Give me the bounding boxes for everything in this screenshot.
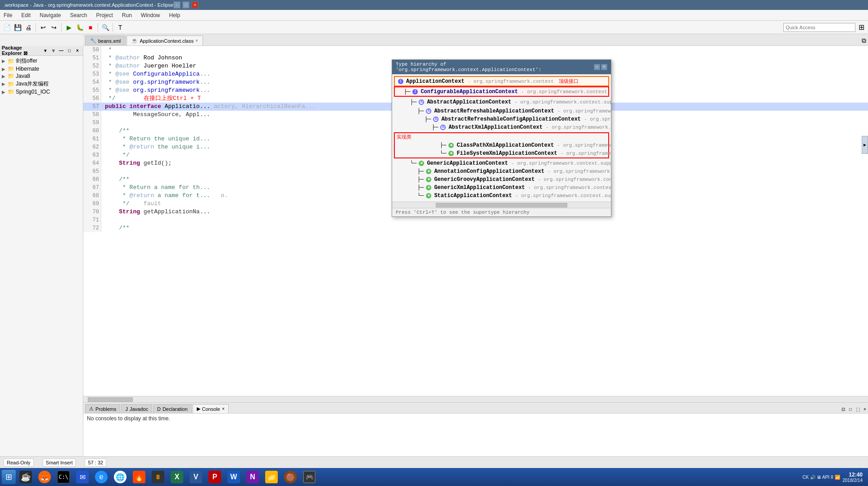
menu-run[interactable]: Run <box>120 11 134 19</box>
taskbar-chrome[interactable]: 🌐 <box>111 470 129 484</box>
taskbar-word[interactable]: W <box>225 470 243 484</box>
tab-console[interactable]: ▶ Console × <box>193 404 229 413</box>
tab-applicationcontext-icon: ☕ <box>131 38 138 44</box>
menu-window[interactable]: Window <box>139 11 162 19</box>
hier-indent-4: ├─ <box>425 116 431 122</box>
hier-icon-11: ● <box>426 193 431 198</box>
menu-help[interactable]: Help <box>167 11 182 19</box>
undo-button[interactable]: ↩ <box>38 22 48 32</box>
hier-item-annotationconfig[interactable]: ├─ ● AnnotationConfigApplicationContext … <box>394 167 609 176</box>
hier-item-static[interactable]: └─ ● StaticApplicationContext - org.spri… <box>394 192 609 200</box>
tree-icon-jianzhi: 📁 <box>8 58 14 64</box>
hier-item-configurable[interactable]: ├─ I ConfigurableApplicationContext - or… <box>394 86 609 97</box>
sidebar-close-btn[interactable]: × <box>74 47 81 54</box>
popup-minimize[interactable]: — <box>594 64 600 70</box>
taskbar-firefox[interactable]: 🦊 <box>36 470 54 484</box>
taskbar-explorer[interactable]: 📁 <box>262 470 280 484</box>
hier-item-abstractrefreshable[interactable]: ├─ A AbstractRefreshableApplicationConte… <box>394 107 609 115</box>
hier-item-classpathxml[interactable]: ├─ ● ClassPathXmlApplicationContext - or… <box>395 141 608 149</box>
sidebar-max-btn[interactable]: □ <box>66 47 73 54</box>
hier-name-8: AnnotationConfigApplicationContext <box>434 168 544 175</box>
popup-close[interactable]: × <box>601 64 607 70</box>
popup-scroll-thumb[interactable] <box>436 203 567 207</box>
taskbar-mail[interactable]: ✉ <box>73 470 91 484</box>
tree-item-jianzhi[interactable]: ▶ 📁 剑指offer <box>1 57 82 65</box>
debug-button[interactable]: 🐛 <box>75 22 85 32</box>
bottom-tool-btn-2[interactable]: □ <box>847 406 854 412</box>
tab-beans-xml[interactable]: 🔧 beans.xml <box>85 36 126 45</box>
print-button[interactable]: 🖨 <box>23 22 33 32</box>
tree-label-spring01ioc: Spring01_IOC <box>16 89 50 95</box>
impl-group: 实现类 ├─ ● ClassPathXmlApplicationContext … <box>394 132 609 158</box>
code-editor[interactable]: 50 * 51 * @author Rod Johnson 52 * @auth… <box>83 46 868 396</box>
quick-access-input[interactable] <box>783 23 855 32</box>
hier-icon-4: A <box>433 117 439 122</box>
right-sidebar-toggle[interactable]: ▶ <box>862 136 868 154</box>
hier-item-generic[interactable]: └─ ● GenericApplicationContext - org.spr… <box>394 159 609 167</box>
hier-item-genericxml[interactable]: ├─ ● GenericXmlApplicationContext - org.… <box>394 184 609 192</box>
taskbar-game[interactable]: 🎮 <box>300 470 318 484</box>
menu-edit[interactable]: Edit <box>19 11 32 19</box>
code-line-50: 50 * <box>83 46 868 54</box>
run-button[interactable]: ▶ <box>64 22 74 32</box>
menu-project[interactable]: Project <box>94 11 114 19</box>
tree-item-hibernate[interactable]: ▶ 📁 Hibernate <box>1 65 82 72</box>
hier-item-genericgroovy[interactable]: ├─ ● GenericGroovyApplicationContext - o… <box>394 176 609 184</box>
tab-declaration[interactable]: D Declaration <box>153 404 192 413</box>
sidebar-menu-btn[interactable]: ▿ <box>50 47 57 54</box>
menu-file[interactable]: File <box>2 11 14 19</box>
hier-name-2: AbstractApplicationContext <box>427 99 511 105</box>
sidebar-collapse-btn[interactable]: ▾ <box>41 47 49 54</box>
search-button[interactable]: 🔍 <box>100 22 110 32</box>
hier-name-6b: FileSystemXmlApplicationContext <box>457 150 557 157</box>
taskbar-ppt[interactable]: P <box>206 470 224 484</box>
taskbar-app2[interactable]: 8 <box>149 470 167 484</box>
popup-scrollbar[interactable] <box>392 202 611 208</box>
save-button[interactable]: 💾 <box>13 22 23 32</box>
hier-item-applicationcontext[interactable]: I ApplicationContext - org.springframewo… <box>394 76 609 86</box>
hier-pkg-9: - org.springframework.context.support <box>538 177 611 182</box>
hier-item-abstract[interactable]: ├─ A AbstractApplicationContext - org.sp… <box>394 97 609 107</box>
taskbar-excel[interactable]: X <box>168 470 186 484</box>
sidebar-min-btn[interactable]: — <box>58 47 65 54</box>
app2-icon: 8 <box>152 471 164 483</box>
menu-search[interactable]: Search <box>68 11 89 19</box>
taskbar-eclipse[interactable]: ☕ <box>17 470 35 484</box>
perspectives-button[interactable]: ⊞ <box>856 22 866 32</box>
tab-javadoc[interactable]: J Javadoc <box>121 404 152 413</box>
bottom-tool-btn-4[interactable]: × <box>862 406 868 412</box>
redo-button[interactable]: ↪ <box>49 22 59 32</box>
taskbar-ie[interactable]: e <box>92 470 110 484</box>
start-button[interactable]: ⊞ <box>2 470 16 484</box>
sidebar-toolbar: ▾ ▿ — □ × <box>41 47 81 54</box>
tab-applicationcontext[interactable]: ☕ ApplicationContext.class × <box>127 36 203 45</box>
taskbar-visio[interactable]: V <box>187 470 205 484</box>
hier-item-abstractxml[interactable]: ├─ A AbstractXmlApplicationContext - org… <box>394 123 609 131</box>
stop-button[interactable]: ■ <box>86 22 95 32</box>
menu-navigate[interactable]: Navigate <box>38 11 63 19</box>
tab-console-close[interactable]: × <box>222 406 225 411</box>
maximize-button[interactable]: □ <box>182 1 190 9</box>
tab-problems[interactable]: ⚠ Problems <box>85 404 120 413</box>
bottom-tool-btn-3[interactable]: ⬚ <box>854 406 861 412</box>
tree-item-java8[interactable]: ▶ 📁 Java8 <box>1 72 82 80</box>
visio-icon: V <box>190 471 202 483</box>
bottom-tool-btn-1[interactable]: ⊡ <box>840 406 846 412</box>
open-type-button[interactable]: T <box>115 22 125 32</box>
tree-item-spring01ioc[interactable]: ▶ 📁 Spring01_IOC <box>1 88 82 95</box>
new-button[interactable]: 📄 <box>2 22 12 32</box>
tab-applicationcontext-close[interactable]: × <box>195 38 198 43</box>
taskbar-cmd[interactable]: C:\ <box>54 470 72 484</box>
taskbar-onenote[interactable]: N <box>244 470 262 484</box>
taskbar-app3[interactable]: 🟤 <box>281 470 299 484</box>
close-button[interactable]: × <box>191 1 199 9</box>
tree-item-javaconcurrent[interactable]: ▶ 📁 Java并发编程 <box>1 80 82 88</box>
editor-scrollbar-h[interactable] <box>83 396 868 402</box>
hier-item-abstractrefreshableconfig[interactable]: ├─ A AbstractRefreshableConfigApplicatio… <box>394 115 609 123</box>
editor-area-minimize[interactable]: ⧉ <box>860 36 868 45</box>
hier-icon-10: ● <box>426 185 431 190</box>
editor-scroll-thumb-h[interactable] <box>88 397 133 402</box>
minimize-button[interactable]: − <box>173 1 181 9</box>
hier-item-filesystemxml[interactable]: └─ ● FileSystemXmlApplicationContext - o… <box>395 149 608 158</box>
taskbar-app1[interactable]: 🔥 <box>130 470 148 484</box>
